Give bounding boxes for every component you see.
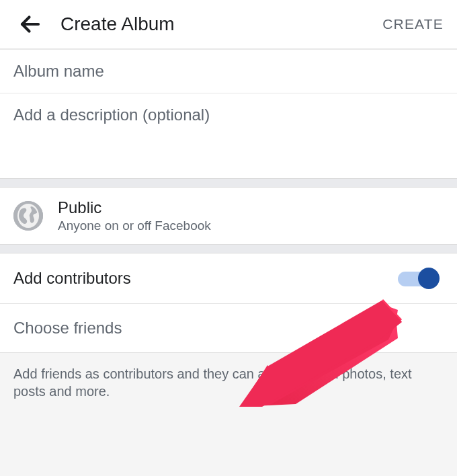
fields-section: Album name Add a description (optional) <box>0 50 457 178</box>
privacy-title: Public <box>58 198 211 217</box>
section-divider <box>0 178 457 188</box>
album-description-field[interactable]: Add a description (optional) <box>0 93 457 178</box>
toggle-thumb <box>418 268 440 289</box>
globe-icon <box>13 201 43 231</box>
privacy-selector[interactable]: Public Anyone on or off Facebook <box>0 188 457 244</box>
add-contributors-label: Add contributors <box>13 269 131 288</box>
privacy-subtitle: Anyone on or off Facebook <box>58 219 211 233</box>
album-name-field[interactable]: Album name <box>0 50 457 93</box>
contributors-help-text: Add friends as contributors and they can… <box>0 352 457 419</box>
back-arrow-icon[interactable] <box>17 11 43 37</box>
contributors-toggle[interactable] <box>397 268 444 288</box>
add-contributors-row: Add contributors <box>0 253 457 304</box>
header-left: Create Album <box>17 11 175 37</box>
page-title: Create Album <box>60 13 175 35</box>
choose-friends-field[interactable]: Choose friends <box>0 304 457 352</box>
create-button[interactable]: CREATE <box>382 16 444 32</box>
privacy-text: Public Anyone on or off Facebook <box>58 198 211 233</box>
privacy-section: Public Anyone on or off Facebook <box>0 188 457 244</box>
header-bar: Create Album CREATE <box>0 0 457 50</box>
section-divider <box>0 244 457 253</box>
